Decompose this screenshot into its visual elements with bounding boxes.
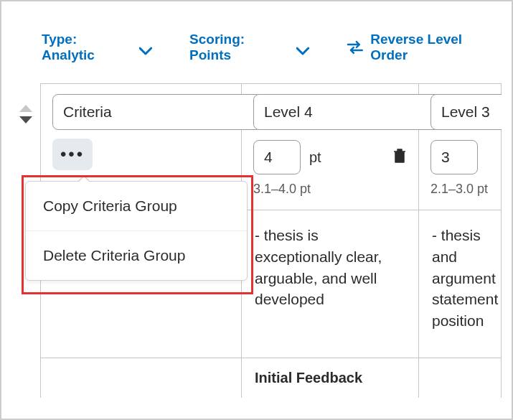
- swap-arrows-icon: [347, 40, 364, 55]
- ellipsis-icon: •••: [60, 144, 85, 164]
- criteria-name-input[interactable]: [52, 94, 262, 130]
- points-unit-label: pt: [309, 149, 321, 166]
- rubric-grid: ••• pt: [11, 83, 502, 398]
- criteria-more-button[interactable]: •••: [52, 139, 93, 170]
- level-column: pt 3.1–4.0 pt - thesis is exceptionally …: [242, 84, 419, 398]
- level-header-cell: 2.1–3.0 pt: [419, 84, 501, 210]
- trash-icon: [392, 148, 407, 164]
- level-range-label: 3.1–4.0 pt: [253, 182, 407, 197]
- level-column: 2.1–3.0 pt - thesis and argument stateme…: [419, 84, 502, 398]
- level-description-cell[interactable]: - thesis is exceptionally clear, arguabl…: [242, 210, 418, 358]
- scoring-label: Scoring: Points: [189, 32, 289, 63]
- type-label: Type: Analytic: [42, 32, 132, 63]
- level-header-cell: pt 3.1–4.0 pt: [242, 84, 418, 210]
- level-range-label: 2.1–3.0 pt: [430, 182, 489, 197]
- scoring-selector[interactable]: Scoring: Points: [189, 32, 309, 63]
- level-points-input[interactable]: [253, 140, 301, 174]
- level-description-cell[interactable]: - thesis and argument statement position: [419, 210, 501, 358]
- rubric-toolbar: Type: Analytic Scoring: Points Reverse L…: [11, 11, 502, 83]
- delete-level-button[interactable]: [392, 148, 407, 167]
- level-points-input[interactable]: [430, 140, 478, 174]
- chevron-down-icon: [296, 43, 309, 52]
- move-down-button[interactable]: [19, 116, 32, 123]
- copy-criteria-group-item[interactable]: Copy Criteria Group: [26, 182, 247, 231]
- move-up-button[interactable]: [19, 105, 32, 112]
- feedback-cell[interactable]: [419, 358, 501, 381]
- chevron-down-icon: [139, 43, 152, 52]
- delete-criteria-group-item[interactable]: Delete Criteria Group: [26, 231, 247, 280]
- criteria-actions-menu: Copy Criteria Group Delete Criteria Grou…: [25, 181, 248, 281]
- reverse-label: Reverse Level Order: [370, 32, 502, 63]
- type-selector[interactable]: Type: Analytic: [42, 32, 152, 63]
- level-name-input[interactable]: [430, 94, 502, 130]
- feedback-label[interactable]: Initial Feedback: [242, 358, 418, 398]
- reverse-level-order-button[interactable]: Reverse Level Order: [347, 32, 502, 63]
